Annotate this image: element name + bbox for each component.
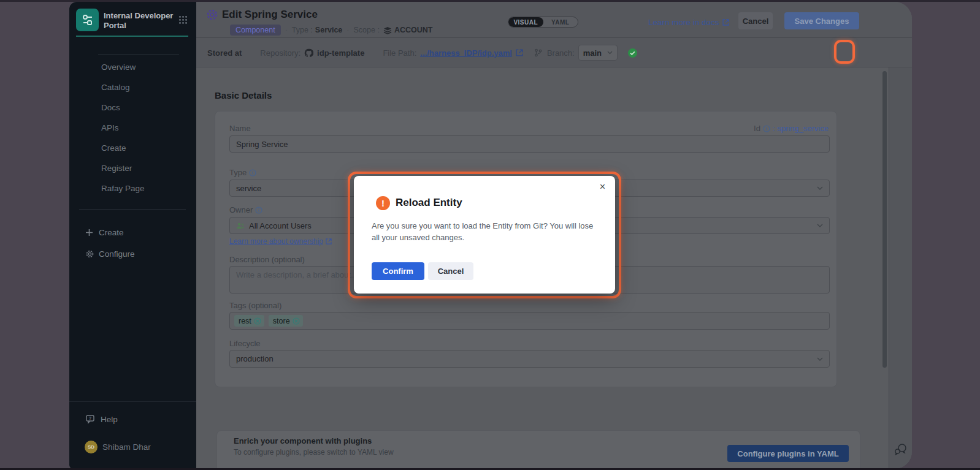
sidebar-configure-button[interactable]: Configure	[69, 245, 196, 262]
repository-value: idp-template	[317, 48, 364, 58]
sidebar-item-overview[interactable]: Overview	[69, 57, 196, 77]
branch-select[interactable]: main	[578, 45, 618, 61]
sidebar-divider	[98, 54, 179, 55]
tag-chip: rest	[234, 315, 264, 327]
entity-gear-icon	[206, 9, 218, 21]
entity-meta-row: Component · Type : Service · Scope : ACC…	[230, 25, 432, 36]
toggle-visual[interactable]: VISUAL	[508, 17, 543, 27]
sidebar-nav: Overview Catalog Docs APIs Create Regist…	[69, 57, 196, 199]
vertical-scrollbar[interactable]	[882, 71, 887, 368]
right-gutter	[889, 67, 912, 469]
sidebar-item-create[interactable]: Create	[69, 138, 196, 158]
cancel-button[interactable]: Cancel	[738, 12, 773, 29]
lifecycle-label: Lifecycle	[229, 339, 261, 348]
sidebar-item-register[interactable]: Register	[69, 158, 196, 178]
sidebar-item-rafay-page[interactable]: Rafay Page	[69, 178, 196, 199]
modal-title: Reload Entity	[396, 197, 462, 209]
name-input[interactable]	[229, 135, 830, 153]
plugins-title: Enrich your component with plugins	[234, 436, 372, 445]
idp-logo-icon	[81, 13, 94, 27]
component-badge: Component	[230, 25, 281, 36]
ownership-link-label: Learn more about ownership	[229, 237, 323, 246]
plus-icon	[85, 229, 95, 237]
type-label: Type	[229, 168, 256, 177]
help-button[interactable]: ? Help	[69, 411, 196, 427]
id-label: Id	[754, 124, 760, 133]
feedback-chat-icon[interactable]	[894, 443, 908, 455]
external-link-icon	[722, 19, 729, 26]
reload-entity-modal: ! Reload Entity × Are you sure you want …	[354, 176, 615, 294]
sidebar: Internal Developer Portal Overview Catal…	[69, 2, 196, 469]
chevron-down-icon	[817, 186, 823, 190]
branch-value: main	[583, 48, 602, 58]
close-icon[interactable]: ×	[600, 182, 605, 192]
chevron-down-icon	[817, 357, 823, 361]
sidebar-create-label: Create	[99, 228, 124, 237]
sidebar-item-catalog[interactable]: Catalog	[69, 77, 196, 97]
chevron-down-icon	[607, 51, 613, 55]
sidebar-footer-divider	[69, 401, 196, 402]
stored-at-bar: Stored at Repository: idp-template File …	[196, 38, 912, 67]
tag-label: store	[273, 317, 290, 325]
avatar: SD	[85, 441, 98, 453]
section-title: Basic Details	[215, 90, 272, 100]
portal-logo[interactable]	[76, 9, 99, 31]
user-menu[interactable]: SD Shibam Dhar	[69, 438, 196, 455]
visual-yaml-toggle[interactable]: VISUAL YAML	[508, 17, 578, 28]
stored-at-label: Stored at	[207, 48, 242, 58]
description-label: Description (optional)	[229, 255, 305, 264]
synced-check-icon	[627, 48, 638, 58]
help-chat-icon: ?	[86, 415, 96, 424]
toggle-yaml[interactable]: YAML	[543, 17, 578, 27]
remove-tag-icon[interactable]	[254, 317, 261, 325]
name-label: Name	[229, 124, 251, 133]
ownership-docs-link[interactable]: Learn more about ownership	[229, 237, 332, 246]
owner-value: All Account Users	[249, 221, 312, 230]
owner-label: Owner	[229, 205, 262, 214]
scope-label: Scope :	[354, 26, 380, 34]
sidebar-divider	[79, 209, 186, 210]
sidebar-configure-label: Configure	[99, 249, 135, 259]
modal-body-text: Are you sure you want to load the Entity…	[372, 220, 600, 243]
save-changes-button[interactable]: Save Changes	[784, 12, 859, 29]
page-title: Edit Spring Service	[222, 9, 318, 21]
app-grid-icon[interactable]	[178, 15, 188, 25]
file-path-link[interactable]: .../harness_IDP/idp.yaml	[420, 48, 512, 58]
learn-more-docs-link[interactable]: Learn more in docs	[648, 18, 729, 27]
chevron-down-icon	[817, 224, 823, 227]
svg-text:?: ?	[89, 416, 91, 420]
github-icon	[304, 48, 313, 58]
git-branch-icon	[534, 48, 542, 57]
configure-plugins-button[interactable]: Configure plugins in YAML	[727, 445, 849, 462]
tag-chip: store	[269, 315, 303, 327]
lifecycle-value: production	[236, 354, 274, 363]
plugins-subtitle: To configure plugins, please switch to Y…	[234, 448, 394, 457]
portal-title: Internal Developer Portal	[104, 11, 180, 31]
info-icon[interactable]	[255, 207, 262, 214]
modal-cancel-button[interactable]: Cancel	[428, 262, 473, 280]
confirm-button[interactable]: Confirm	[372, 262, 424, 280]
remove-tag-icon[interactable]	[293, 317, 300, 325]
branch-label: Branch:	[547, 48, 575, 58]
tag-label: rest	[239, 317, 251, 325]
sidebar-create-button[interactable]: Create	[69, 224, 196, 241]
sidebar-item-apis[interactable]: APIs	[69, 118, 196, 138]
external-link-icon	[326, 238, 332, 244]
info-icon[interactable]	[249, 169, 256, 176]
external-link-icon[interactable]	[516, 49, 523, 56]
entity-id-line: Id : spring_service	[754, 124, 829, 133]
file-path-label: File Path:	[383, 48, 416, 58]
info-icon[interactable]	[763, 125, 770, 132]
account-scope-icon	[383, 26, 392, 34]
user-name: Shibam Dhar	[102, 442, 151, 452]
help-label: Help	[101, 415, 118, 424]
tags-label: Tags (optional)	[229, 301, 281, 310]
sidebar-item-docs[interactable]: Docs	[69, 97, 196, 118]
tags-input[interactable]: rest store	[229, 312, 830, 330]
lifecycle-select[interactable]: production	[229, 350, 830, 368]
dot-separator: ·	[285, 26, 288, 34]
plugins-card: Enrich your component with plugins To co…	[216, 430, 860, 469]
screenshot-stage: Internal Developer Portal Overview Catal…	[0, 0, 980, 470]
repository-label: Repository:	[260, 48, 301, 58]
user-group-icon	[236, 222, 245, 229]
